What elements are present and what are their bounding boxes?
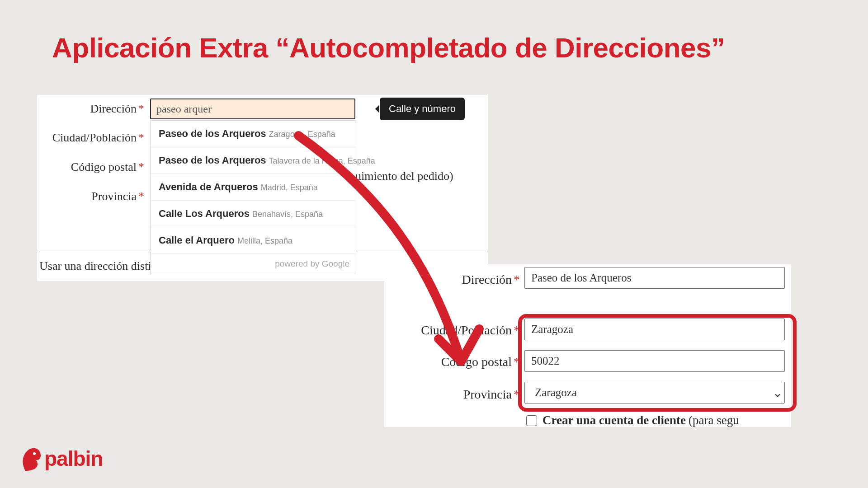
- brand-logo: palbin: [19, 445, 103, 473]
- suggestion-item[interactable]: Avenida de ArquerosMadrid, España: [151, 174, 356, 201]
- suggestion-item[interactable]: Calle el ArqueroMelilla, España: [151, 227, 356, 254]
- label-provincia: Provincia*: [91, 190, 144, 203]
- autocomplete-dropdown: Paseo de los ArquerosZaragoza, España Pa…: [150, 120, 356, 274]
- powered-by: powered by Google: [151, 254, 356, 274]
- label-direccion: Dirección*: [90, 102, 144, 116]
- checkbox-create-account[interactable]: [526, 415, 537, 426]
- palbin-logo-icon: [19, 445, 42, 473]
- chevron-down-icon: [773, 391, 782, 400]
- label-ciudad: Ciudad/Población*: [52, 131, 144, 145]
- truncated-text: uimiento del pedido): [355, 169, 453, 183]
- brand-text: palbin: [44, 446, 103, 471]
- label-ciudad-b: Ciudad/Población*: [421, 323, 520, 338]
- panel-after: Dirección* Ciudad/Población* Código post…: [384, 264, 791, 427]
- tooltip-direccion: Calle y número: [380, 98, 465, 120]
- input-direccion[interactable]: [150, 99, 355, 119]
- label-direccion-b: Dirección*: [462, 272, 520, 287]
- suggestion-item[interactable]: Calle Los ArquerosBenahavís, España: [151, 201, 356, 227]
- panel-before: Dirección* Calle y número Ciudad/Poblaci…: [37, 95, 488, 281]
- input-cp-b[interactable]: [524, 350, 785, 372]
- select-provincia-b[interactable]: [524, 382, 785, 404]
- slide-title: Aplicación Extra “Autocompletado de Dire…: [52, 32, 832, 64]
- input-direccion-b[interactable]: [524, 267, 785, 289]
- label-cp: Código postal*: [71, 160, 144, 174]
- input-ciudad-b[interactable]: [524, 319, 785, 340]
- use-other-address: Usar una dirección distinta: [39, 259, 165, 273]
- label-cp-b: Código postal*: [441, 355, 520, 369]
- svg-point-0: [33, 452, 36, 455]
- create-account-row: Crear una cuenta de cliente (para segu: [526, 413, 739, 427]
- suggestion-item[interactable]: Paseo de los ArquerosZaragoza, España: [151, 121, 356, 147]
- suggestion-item[interactable]: Paseo de los ArquerosTalavera de la Rein…: [151, 147, 356, 174]
- label-provincia-b: Provincia*: [463, 387, 520, 402]
